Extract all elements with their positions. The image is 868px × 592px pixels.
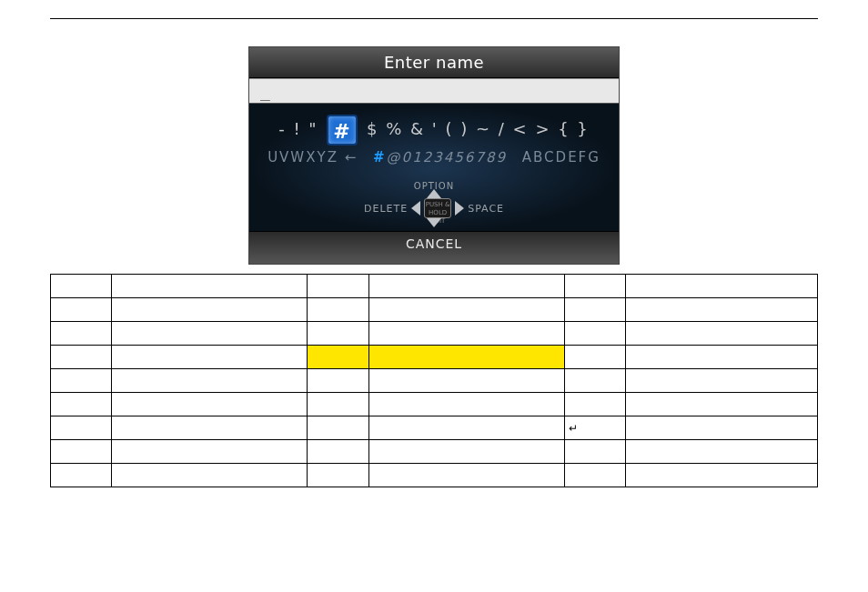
selected-character[interactable]: # xyxy=(327,115,358,145)
table-cell xyxy=(51,464,112,487)
table-cell xyxy=(112,322,308,346)
enter-icon: ↵ xyxy=(569,422,578,435)
table-header xyxy=(308,275,368,298)
table-cell xyxy=(51,322,112,346)
table-cell xyxy=(626,322,818,346)
table-header xyxy=(112,275,308,298)
symbol-row: - ! " # $ % & ' ( ) ~ / < > { } xyxy=(249,104,619,145)
table-cell xyxy=(308,369,368,393)
table-cell xyxy=(112,393,308,416)
table-cell: ↵ xyxy=(564,416,625,440)
table-row xyxy=(51,322,818,346)
table-cell xyxy=(626,346,818,369)
table-cell xyxy=(51,369,112,393)
device-screen: Enter name _ - ! " # $ % & ' ( ) ~ / < >… xyxy=(248,46,620,265)
table-cell xyxy=(112,464,308,487)
table-cell xyxy=(308,298,368,322)
table-header xyxy=(368,275,564,298)
table-cell xyxy=(308,464,368,487)
table-cell xyxy=(626,393,818,416)
table-cell xyxy=(51,393,112,416)
table-cell xyxy=(626,416,818,440)
table-cell xyxy=(564,464,625,487)
horizontal-rule xyxy=(50,18,818,19)
table-cell xyxy=(626,298,818,322)
cancel-button[interactable]: CANCEL xyxy=(249,231,619,264)
arc-numbers: @0123456789 xyxy=(387,149,507,166)
table-cell xyxy=(112,369,308,393)
arc-left-letters: UVWXYZ ← xyxy=(267,149,358,166)
table-cell xyxy=(564,346,625,369)
table-row xyxy=(51,298,818,322)
table-cell xyxy=(626,440,818,464)
table-cell xyxy=(308,393,368,416)
table-cell xyxy=(308,440,368,464)
table-cell xyxy=(368,298,564,322)
table-row xyxy=(51,393,818,416)
table-cell xyxy=(112,440,308,464)
table-cell xyxy=(368,322,564,346)
table-cell xyxy=(368,440,564,464)
dpad-right-label: SPACE xyxy=(468,203,504,215)
table-header xyxy=(626,275,818,298)
table-cell xyxy=(308,346,368,369)
table-row: ↵ xyxy=(51,416,818,440)
dpad-center-button[interactable]: PUSH & HOLD EDIT xyxy=(424,198,451,218)
table-cell xyxy=(51,416,112,440)
table-cell xyxy=(112,346,308,369)
character-arc: UVWXYZ ← #@0123456789 ABCDEFG xyxy=(249,149,619,166)
table-cell xyxy=(564,369,625,393)
chevron-right-icon[interactable] xyxy=(455,201,464,216)
table-header xyxy=(564,275,625,298)
table-cell xyxy=(564,440,625,464)
chevron-left-icon[interactable] xyxy=(411,201,420,216)
dpad-hints: OPTION DELETE PUSH & HOLD EDIT SPACE xyxy=(364,181,504,227)
table-cell xyxy=(564,298,625,322)
screen-title: Enter name xyxy=(249,47,619,78)
table-row xyxy=(51,440,818,464)
arc-hash: # xyxy=(373,149,387,166)
table-cell xyxy=(368,369,564,393)
character-picker: - ! " # $ % & ' ( ) ~ / < > { } UVWXYZ ←… xyxy=(249,104,619,233)
table-header xyxy=(51,275,112,298)
table-cell xyxy=(51,298,112,322)
symbols-after: $ % & ' ( ) ~ / < > { } xyxy=(367,119,590,138)
control-table: ↵ xyxy=(50,274,818,487)
table-cell xyxy=(368,464,564,487)
dpad-center-top: PUSH & HOLD xyxy=(425,201,450,217)
table-cell xyxy=(368,346,564,369)
table-cell xyxy=(51,440,112,464)
table-cell xyxy=(368,393,564,416)
table-cell xyxy=(564,322,625,346)
table-cell xyxy=(308,416,368,440)
table-row xyxy=(51,346,818,369)
table-cell xyxy=(626,369,818,393)
arc-right-letters: ABCDEFG xyxy=(522,149,601,166)
table-cell xyxy=(112,416,308,440)
table-cell xyxy=(368,416,564,440)
table-row xyxy=(51,369,818,393)
table-cell xyxy=(308,322,368,346)
dpad-left-label: DELETE xyxy=(364,203,408,215)
chevron-up-icon[interactable] xyxy=(427,189,441,198)
table-cell xyxy=(564,393,625,416)
name-input-field[interactable]: _ xyxy=(249,78,619,104)
table-cell xyxy=(51,346,112,369)
table-cell xyxy=(626,464,818,487)
table-cell xyxy=(112,298,308,322)
symbols-before: - ! " xyxy=(278,119,318,138)
table-row xyxy=(51,464,818,487)
chevron-down-icon[interactable] xyxy=(427,218,441,227)
